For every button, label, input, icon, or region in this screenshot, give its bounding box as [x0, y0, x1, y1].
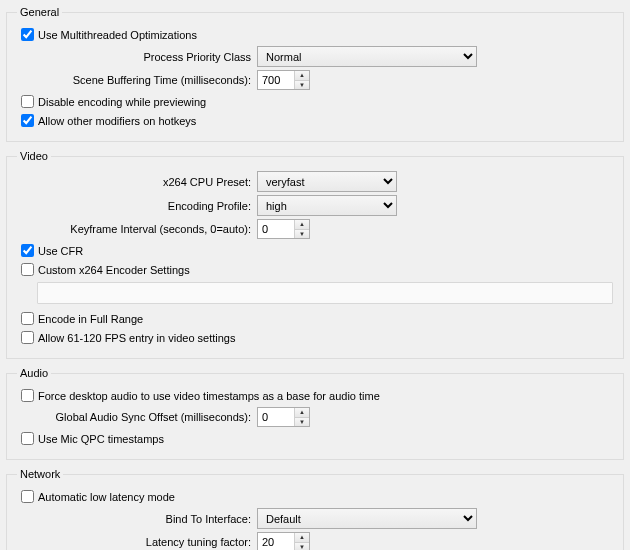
select-priority[interactable]: Normal — [257, 46, 477, 67]
spin-buffering[interactable]: ▲ ▼ — [257, 70, 310, 90]
spin-down-icon[interactable]: ▼ — [295, 230, 309, 239]
select-preset[interactable]: veryfast — [257, 171, 397, 192]
checkbox-allow-120fps[interactable] — [21, 331, 34, 344]
group-video: Video x264 CPU Preset: veryfast Encoding… — [6, 150, 624, 359]
label-multithreaded[interactable]: Use Multithreaded Optimizations — [38, 29, 197, 41]
input-latency-factor[interactable] — [258, 533, 294, 550]
input-buffering[interactable] — [258, 71, 294, 89]
legend-network: Network — [17, 468, 63, 480]
label-priority: Process Priority Class — [17, 51, 257, 63]
label-auto-low-latency[interactable]: Automatic low latency mode — [38, 491, 175, 503]
spin-up-icon[interactable]: ▲ — [295, 71, 309, 81]
label-use-cfr[interactable]: Use CFR — [38, 245, 83, 257]
label-allow-modifiers[interactable]: Allow other modifiers on hotkeys — [38, 115, 196, 127]
label-profile: Encoding Profile: — [17, 200, 257, 212]
label-preset: x264 CPU Preset: — [17, 176, 257, 188]
checkbox-disable-preview-encoding[interactable] — [21, 95, 34, 108]
checkbox-full-range[interactable] — [21, 312, 34, 325]
label-force-timestamps[interactable]: Force desktop audio to use video timesta… — [38, 390, 380, 402]
checkbox-auto-low-latency[interactable] — [21, 490, 34, 503]
label-bind-interface: Bind To Interface: — [17, 513, 257, 525]
label-disable-preview-encoding[interactable]: Disable encoding while previewing — [38, 96, 206, 108]
legend-audio: Audio — [17, 367, 51, 379]
label-custom-x264[interactable]: Custom x264 Encoder Settings — [38, 264, 190, 276]
label-keyframe: Keyframe Interval (seconds, 0=auto): — [17, 223, 257, 235]
checkbox-mic-qpc[interactable] — [21, 432, 34, 445]
spin-up-icon[interactable]: ▲ — [295, 408, 309, 418]
input-keyframe[interactable] — [258, 220, 294, 238]
checkbox-multithreaded[interactable] — [21, 28, 34, 41]
checkbox-use-cfr[interactable] — [21, 244, 34, 257]
label-mic-qpc[interactable]: Use Mic QPC timestamps — [38, 433, 164, 445]
spin-down-icon[interactable]: ▼ — [295, 418, 309, 427]
checkbox-custom-x264[interactable] — [21, 263, 34, 276]
group-audio: Audio Force desktop audio to use video t… — [6, 367, 624, 460]
label-full-range[interactable]: Encode in Full Range — [38, 313, 143, 325]
spin-keyframe[interactable]: ▲ ▼ — [257, 219, 310, 239]
spin-up-icon[interactable]: ▲ — [295, 533, 309, 543]
label-buffering: Scene Buffering Time (milliseconds): — [17, 74, 257, 86]
spin-down-icon[interactable]: ▼ — [295, 543, 309, 551]
select-profile[interactable]: high — [257, 195, 397, 216]
spin-latency-factor[interactable]: ▲ ▼ — [257, 532, 310, 550]
input-custom-x264 — [37, 282, 613, 304]
label-allow-120fps[interactable]: Allow 61-120 FPS entry in video settings — [38, 332, 236, 344]
legend-video: Video — [17, 150, 51, 162]
checkbox-force-timestamps[interactable] — [21, 389, 34, 402]
label-sync-offset: Global Audio Sync Offset (milliseconds): — [17, 411, 257, 423]
spin-up-icon[interactable]: ▲ — [295, 220, 309, 230]
input-sync-offset[interactable] — [258, 408, 294, 426]
checkbox-allow-modifiers[interactable] — [21, 114, 34, 127]
label-latency-factor: Latency tuning factor: — [17, 536, 257, 548]
group-general: General Use Multithreaded Optimizations … — [6, 6, 624, 142]
legend-general: General — [17, 6, 62, 18]
spin-down-icon[interactable]: ▼ — [295, 81, 309, 90]
group-network: Network Automatic low latency mode Bind … — [6, 468, 624, 550]
select-bind-interface[interactable]: Default — [257, 508, 477, 529]
spin-sync-offset[interactable]: ▲ ▼ — [257, 407, 310, 427]
